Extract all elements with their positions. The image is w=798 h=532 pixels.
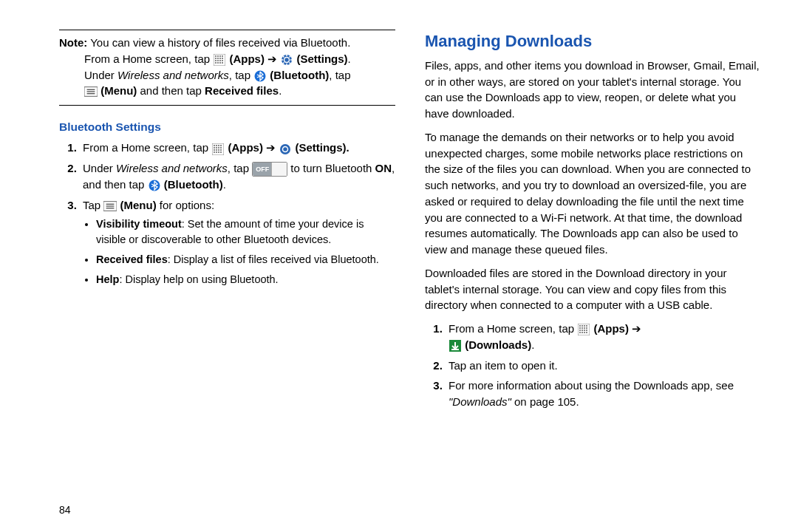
svg-rect-68 (586, 330, 587, 331)
svg-rect-44 (220, 149, 222, 151)
svg-rect-66 (582, 330, 583, 331)
menu-icon (103, 200, 117, 213)
svg-rect-70 (582, 332, 583, 333)
svg-rect-61 (579, 327, 581, 329)
svg-line-25 (283, 62, 284, 64)
page-number: 84 (59, 504, 71, 516)
svg-rect-36 (220, 145, 222, 146)
apps-label: (Apps) (593, 322, 629, 335)
svg-rect-12 (222, 60, 223, 61)
off-text: OFF (253, 163, 272, 176)
bullet-help: Help: Display help on using Bluetooth. (96, 272, 395, 287)
dl-step-3: For more information about using the Dow… (446, 378, 761, 410)
svg-rect-62 (582, 327, 583, 329)
svg-rect-3 (219, 55, 221, 57)
svg-rect-69 (579, 332, 581, 333)
svg-rect-8 (222, 58, 223, 59)
note-text-4b: . (279, 84, 282, 97)
menu-label: (Menu) (120, 199, 157, 211)
svg-rect-71 (584, 332, 585, 333)
svg-rect-40 (220, 147, 222, 149)
svg-rect-33 (214, 145, 215, 146)
arrow: ➔ (266, 141, 279, 154)
svg-point-49 (280, 144, 290, 154)
note-text-3b: , tap (229, 69, 253, 81)
settings-gear-icon (279, 143, 292, 156)
svg-rect-2 (217, 55, 219, 57)
note-italic: Wireless and networks (117, 69, 229, 81)
svg-rect-47 (218, 151, 219, 153)
downloads-p1: Files, apps, and other items you downloa… (425, 58, 761, 122)
bullet-visibility: Visibility timeout: Set the amount of ti… (96, 216, 395, 248)
svg-rect-48 (220, 151, 222, 153)
svg-rect-37 (214, 147, 215, 149)
arrow: ➔ (267, 52, 280, 65)
svg-rect-67 (584, 330, 585, 331)
b2-title: Received files (96, 253, 168, 265)
svg-rect-1 (215, 55, 216, 57)
dl-step3-a: For more information about using the Dow… (449, 379, 734, 392)
apps-grid-icon (213, 53, 226, 66)
downloads-p2: To manage the demands on their networks … (425, 129, 761, 258)
dl-step1-dot: . (531, 338, 534, 351)
note-text-4a: and then tap (137, 84, 205, 97)
svg-rect-64 (586, 327, 587, 329)
settings-label: (Settings). (295, 141, 349, 154)
b2-text: : Display a list of files received via B… (168, 253, 379, 265)
step2-a: Under (83, 162, 116, 174)
svg-line-26 (290, 56, 291, 58)
note-text-1: You can view a history of files received… (87, 36, 350, 49)
right-column: Managing Downloads Files, apps, and othe… (425, 30, 761, 415)
bluetooth-label: (Bluetooth) (270, 69, 329, 81)
step-3: Tap (Menu) for options: Visibility timeo… (80, 197, 395, 287)
menu-label: (Menu) (100, 84, 137, 97)
svg-rect-57 (579, 325, 581, 327)
svg-rect-46 (216, 151, 217, 153)
note-label: Note: (59, 36, 87, 49)
step2-e: . (223, 178, 226, 191)
dl-step3-ital: "Downloads" (449, 395, 511, 408)
svg-rect-41 (214, 149, 215, 151)
svg-rect-10 (217, 60, 219, 61)
downloads-label: (Downloads) (465, 338, 531, 351)
svg-rect-43 (218, 149, 219, 151)
bullet-received: Received files: Display a list of files … (96, 252, 395, 267)
svg-rect-39 (218, 147, 219, 149)
note-box: Note: You can view a history of files re… (59, 30, 395, 106)
on-label: ON (375, 162, 392, 174)
received-files-label: Received files (205, 84, 279, 97)
settings-gear-icon (280, 53, 293, 66)
svg-rect-14 (217, 62, 219, 64)
managing-downloads-heading: Managing Downloads (425, 30, 761, 53)
svg-rect-16 (222, 62, 223, 64)
b1-title: Visibility timeout (96, 218, 182, 230)
step1-a: From a Home screen, tap (83, 141, 211, 154)
svg-rect-35 (218, 145, 219, 146)
bluetooth-settings-heading: Bluetooth Settings (59, 119, 395, 135)
step2-b: , tap (228, 162, 252, 174)
bluetooth-steps: From a Home screen, tap (Apps) ➔ (Settin… (59, 140, 395, 287)
svg-rect-65 (579, 330, 581, 331)
svg-rect-13 (215, 62, 216, 64)
note-text-3a: Under (84, 69, 117, 81)
apps-grid-icon (577, 323, 590, 336)
left-column: Note: You can view a history of files re… (59, 30, 395, 415)
settings-label: (Settings) (296, 52, 347, 65)
apps-label: (Apps) (228, 141, 263, 154)
svg-rect-42 (216, 149, 217, 151)
dl-step-2: Tap an item to open it. (446, 358, 761, 374)
dl-step-1: From a Home screen, tap (Apps) ➔ (Downlo… (446, 321, 761, 353)
svg-rect-9 (215, 60, 216, 61)
menu-icon (84, 85, 98, 98)
svg-rect-45 (214, 151, 215, 153)
dl-step3-b: on page 105. (511, 395, 579, 408)
step2-c: to turn Bluetooth (290, 162, 375, 174)
svg-rect-38 (216, 147, 217, 149)
note-text-2a: From a Home screen, tap (84, 52, 213, 65)
svg-rect-60 (586, 325, 587, 327)
b3-title: Help (96, 273, 119, 285)
svg-rect-34 (216, 145, 217, 146)
download-arrow-icon (449, 339, 462, 352)
svg-rect-4 (222, 55, 223, 57)
svg-line-24 (290, 62, 291, 64)
